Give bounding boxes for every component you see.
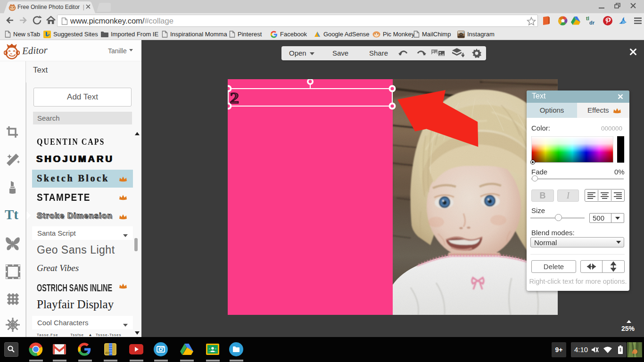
- svg-text:2: 2: [230, 89, 239, 107]
- svg-text:Tt: Tt: [5, 207, 18, 222]
- svg-text:dri: dri: [105, 351, 110, 355]
